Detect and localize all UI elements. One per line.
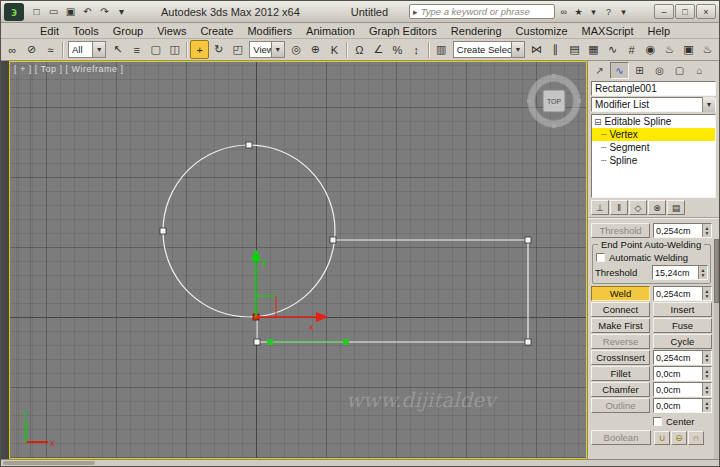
search-options-chevron-icon[interactable]: ▾ <box>586 3 601 21</box>
make-unique-icon[interactable]: ◇ <box>629 200 647 215</box>
select-and-move-icon[interactable]: + <box>190 40 209 59</box>
menu-item[interactable]: Tools <box>66 25 106 37</box>
bind-to-space-warp-icon[interactable]: ≈ <box>41 40 60 59</box>
object-name-field[interactable]: Rectangle001 <box>591 81 716 96</box>
menu-item[interactable]: Help <box>641 25 678 37</box>
fillet-button[interactable]: Fillet <box>591 366 650 381</box>
boolean-union-icon[interactable]: ∪ <box>654 431 670 445</box>
select-object-icon[interactable]: ↖ <box>108 40 127 59</box>
material-editor-icon[interactable]: ◉ <box>641 40 660 59</box>
spinner-arrows-icon[interactable]: ▲▼ <box>702 287 711 300</box>
spinner-snap-icon[interactable]: ↕ <box>407 40 426 59</box>
favorites-star-icon[interactable]: ★ <box>571 3 586 21</box>
show-end-result-icon[interactable]: ‖ <box>610 200 628 215</box>
viewport-top[interactable]: y x TOP <box>9 61 587 459</box>
center-checkbox[interactable]: Center <box>653 416 711 427</box>
select-and-rotate-icon[interactable]: ↻ <box>209 40 228 59</box>
select-and-link-icon[interactable]: ∞ <box>3 40 22 59</box>
select-and-manipulate-icon[interactable]: ⊕ <box>306 40 325 59</box>
tab-modify[interactable]: ∿ <box>610 62 629 79</box>
boolean-intersect-icon[interactable]: ∩ <box>688 431 704 445</box>
tab-hierarchy[interactable]: ⊞ <box>630 62 649 79</box>
menu-item[interactable]: Create <box>193 25 240 37</box>
close-button[interactable]: × <box>696 4 716 19</box>
app-logo-icon[interactable]: ϶ <box>4 3 24 21</box>
help-chevron-icon[interactable]: ▾ <box>616 3 631 21</box>
schematic-view-icon[interactable]: # <box>622 40 641 59</box>
value-spinner[interactable]: 0,0cm▲▼ <box>653 398 712 413</box>
render-production-icon[interactable]: ♨ <box>698 40 717 59</box>
menu-item[interactable]: MAXScript <box>575 25 641 37</box>
rendered-frame-window-icon[interactable]: ▣ <box>679 40 698 59</box>
workspace-dropdown-button[interactable]: ▾ <box>113 3 130 20</box>
align-icon[interactable]: ∥ <box>546 40 565 59</box>
search-go-icon[interactable]: ▸ <box>413 7 418 17</box>
use-pivot-point-center-icon[interactable]: ◎ <box>287 40 306 59</box>
mirror-icon[interactable]: ⋈ <box>527 40 546 59</box>
chevron-down-icon[interactable]: ▼ <box>92 42 105 57</box>
spinner-arrows-icon[interactable]: ▲▼ <box>702 351 711 364</box>
render-setup-icon[interactable]: ♨ <box>660 40 679 59</box>
curve-editor-icon[interactable]: ∿ <box>603 40 622 59</box>
unlink-selection-icon[interactable]: ⊘ <box>22 40 41 59</box>
window-crossing-icon[interactable]: ◫ <box>165 40 184 59</box>
save-file-button[interactable]: ▣ <box>62 3 79 20</box>
help-icon[interactable]: ? <box>601 3 616 21</box>
checkbox-icon[interactable] <box>653 417 662 426</box>
stack-row[interactable]: ┄ Segment <box>592 141 715 154</box>
stack-row[interactable]: ┄ Spline <box>592 154 715 167</box>
stack-expander-icon[interactable]: ┄ <box>601 143 606 153</box>
fuse-button[interactable]: Fuse <box>653 318 712 333</box>
spinner-arrows-icon[interactable]: ▲▼ <box>702 224 711 237</box>
selection-filter-dropdown[interactable]: All▼ <box>68 41 106 58</box>
menu-item[interactable]: Customize <box>509 25 575 37</box>
viewport-label[interactable]: [ + ] [ Top ] [ Wireframe ] <box>14 64 124 74</box>
minimize-button[interactable]: – <box>654 4 674 19</box>
select-by-name-icon[interactable]: ≡ <box>127 40 146 59</box>
layer-manager-icon[interactable]: ▤ <box>565 40 584 59</box>
tab-display[interactable]: ▢ <box>670 62 689 79</box>
rectangular-selection-region-icon[interactable]: ▢ <box>146 40 165 59</box>
redo-button[interactable]: ↷ <box>96 3 113 20</box>
menu-item[interactable]: Modifiers <box>240 25 299 37</box>
angle-snap-icon[interactable]: ∠ <box>369 40 388 59</box>
menu-item[interactable]: Graph Editors <box>362 25 444 37</box>
menu-item[interactable]: Animation <box>299 25 362 37</box>
checkbox-icon[interactable] <box>596 253 605 262</box>
search-binoculars-icon[interactable]: ∞ <box>556 3 571 21</box>
graphite-ribbon-icon[interactable]: ▦ <box>584 40 603 59</box>
make-first-button[interactable]: Make First <box>591 318 650 333</box>
spinner-arrows-icon[interactable]: ▲▼ <box>698 266 707 279</box>
stack-row[interactable]: ┄ Vertex <box>592 128 715 141</box>
cycle-button[interactable]: Cycle <box>653 334 712 349</box>
scrollbar-thumb[interactable] <box>714 239 719 303</box>
stack-expander-icon[interactable]: ⊟ <box>594 117 602 127</box>
tab-utilities[interactable]: ⌂ <box>690 62 709 79</box>
chevron-down-icon[interactable]: ▼ <box>702 97 715 112</box>
tab-motion[interactable]: ◎ <box>650 62 669 79</box>
spinner-arrows-icon[interactable]: ▲▼ <box>702 383 711 396</box>
stack-expander-icon[interactable]: ┄ <box>601 156 606 166</box>
horizontal-scrollbar-thumb[interactable] <box>3 461 95 465</box>
connect-button[interactable]: Connect <box>591 302 650 317</box>
keyboard-shortcut-override-icon[interactable]: K <box>325 40 344 59</box>
select-and-scale-icon[interactable]: ◰ <box>228 40 247 59</box>
panel-scrollbar[interactable] <box>714 239 719 459</box>
menu-item[interactable]: Edit <box>33 25 66 37</box>
chevron-down-icon[interactable]: ▼ <box>511 42 524 57</box>
value-spinner[interactable]: 0,0cm▲▼ <box>653 382 712 397</box>
named-selection-sets-icon[interactable]: ▥ <box>432 40 451 59</box>
stack-expander-icon[interactable]: ┄ <box>601 130 606 140</box>
value-spinner[interactable]: 0,254cm▲▼ <box>653 350 712 365</box>
weld-threshold-spinner[interactable]: 0,254cm ▲▼ <box>653 223 712 238</box>
percent-snap-icon[interactable]: % <box>388 40 407 59</box>
search-input[interactable]: Type a keyword or phrase <box>421 6 530 17</box>
menu-item[interactable]: Rendering <box>444 25 509 37</box>
remove-modifier-icon[interactable]: ⊗ <box>648 200 666 215</box>
chevron-down-icon[interactable]: ▼ <box>271 42 284 57</box>
snaps-toggle-3d-icon[interactable]: Ω <box>350 40 369 59</box>
reference-coordinate-dropdown[interactable]: View▼ <box>249 41 285 58</box>
new-scene-button[interactable]: □ <box>28 3 45 20</box>
value-spinner[interactable]: 0,254cm▲▼ <box>653 286 712 301</box>
configure-modifier-sets-icon[interactable]: ▤ <box>667 200 685 215</box>
